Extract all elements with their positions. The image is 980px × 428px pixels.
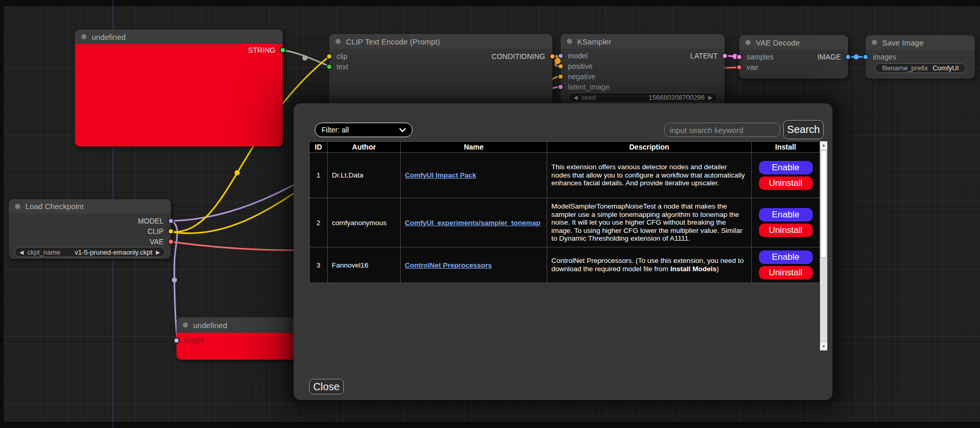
link-dot [235, 170, 240, 175]
vae-input-slot[interactable] [736, 64, 742, 70]
cell-description: This extension offers various detector n… [547, 153, 752, 198]
cell-id: 2 [310, 198, 328, 247]
node-title: CLIP Text Encode (Prompt) [346, 37, 440, 46]
node-save-image[interactable]: Save Image images filename_prefix ComfyU… [866, 35, 975, 79]
node-undefined-string[interactable]: undefined STRING [75, 29, 283, 146]
seed-widget[interactable]: ◀ seed 156680208700286 ▶ [568, 92, 718, 102]
model-input-slot[interactable] [173, 337, 180, 344]
prev-arrow-icon[interactable]: ◀ [20, 249, 24, 255]
output-label: MODEL [138, 217, 164, 225]
vae-output-slot[interactable] [168, 239, 174, 245]
output-label: VAE [150, 238, 164, 246]
wire-clip-hidden [171, 189, 300, 233]
widget-value: v1-5-pruned-emaonly.ckpt [75, 248, 152, 256]
input-label: model [184, 336, 203, 345]
close-button[interactable]: Close [309, 379, 344, 394]
enable-button[interactable]: Enable [759, 161, 813, 174]
extension-link[interactable]: ControlNet Preprocessors [405, 261, 492, 269]
next-arrow-icon[interactable]: ▶ [156, 249, 160, 255]
ckpt-name-widget[interactable]: ◀ ckpt_name v1-5-pruned-emaonly.ckpt ▶ [14, 247, 165, 257]
input-label: latent_image [568, 83, 609, 91]
clip-output-slot[interactable] [168, 228, 174, 234]
model-input-slot[interactable] [558, 53, 564, 59]
search-button[interactable]: Search [783, 120, 824, 139]
cell-id: 1 [310, 153, 328, 198]
extension-manager-dialog: Filter: all Search ID Author Name Descri… [294, 104, 832, 400]
output-label: CONDITIONING [492, 52, 545, 61]
node-collapse-dot[interactable] [81, 34, 86, 39]
decrement-arrow-icon[interactable]: ◀ [574, 95, 578, 100]
enable-button[interactable]: Enable [759, 208, 813, 222]
output-label: CLIP [148, 227, 164, 235]
chevron-down-icon [399, 128, 406, 132]
uninstall-button[interactable]: Uninstall [759, 266, 813, 279]
column-header-name: Name [401, 142, 547, 153]
node-collapse-dot[interactable] [15, 204, 20, 209]
negative-input-slot[interactable] [558, 73, 564, 80]
node-title: VAE Decode [756, 38, 800, 47]
table-row: 3 Fannovel16 ControlNet Preprocessors Co… [310, 247, 820, 283]
column-header-id: ID [310, 142, 328, 153]
cell-author: Dr.Lt.Data [328, 153, 401, 198]
cell-id: 3 [310, 247, 328, 283]
seed-value: 156680208700286 [649, 94, 705, 101]
node-title-bar: VAE Decode [739, 35, 848, 50]
string-output-slot[interactable] [280, 47, 286, 53]
node-ksampler[interactable]: KSampler model positive negative latent_… [561, 34, 725, 109]
input-label: positive [568, 62, 592, 70]
scroll-up-icon[interactable]: ▲ [820, 141, 827, 149]
column-header-author: Author [328, 142, 401, 153]
cell-description: ModelSamplerTonemapNoiseTest a node that… [547, 198, 752, 247]
table-header-row: ID Author Name Description Install [310, 142, 820, 153]
node-collapse-dot[interactable] [872, 40, 877, 45]
latent-output-slot[interactable] [722, 53, 728, 59]
clip-input-slot[interactable] [326, 53, 332, 60]
model-output-slot[interactable] [168, 218, 174, 224]
cell-author: comfyanonymous [328, 198, 401, 247]
table-scrollbar[interactable]: ▲ ▼ [820, 141, 827, 350]
extension-link[interactable]: ComfyUI Impact Pack [405, 171, 476, 179]
image-output-slot[interactable] [845, 54, 851, 60]
text-input-slot[interactable] [326, 64, 332, 70]
node-collapse-dot[interactable] [567, 39, 572, 44]
column-header-description: Description [547, 142, 752, 153]
node-title-bar: undefined [75, 29, 283, 44]
increment-arrow-icon[interactable]: ▶ [708, 95, 712, 100]
filter-select[interactable]: Filter: all [315, 123, 413, 137]
input-label: vae [747, 63, 758, 71]
node-load-checkpoint[interactable]: Load Checkpoint MODEL CLIP VAE ◀ ckpt_na… [9, 199, 171, 259]
images-input-slot[interactable] [862, 54, 869, 60]
search-input[interactable] [664, 123, 780, 137]
node-vae-decode[interactable]: VAE Decode samples vae IMAGE [739, 35, 848, 79]
output-label: STRING [248, 46, 275, 54]
positive-input-slot[interactable] [558, 63, 564, 69]
uninstall-button[interactable]: Uninstall [759, 176, 813, 190]
extension-link[interactable]: ComfyUI_experiments/sampler_tonemap [405, 219, 540, 227]
table-row: 1 Dr.Lt.Data ComfyUI Impact Pack This ex… [310, 153, 820, 198]
enable-button[interactable]: Enable [759, 250, 813, 264]
output-label: LATENT [690, 52, 718, 60]
node-collapse-dot[interactable] [183, 322, 188, 328]
node-title: Load Checkpoint [25, 202, 84, 211]
uninstall-button[interactable]: Uninstall [759, 224, 813, 237]
node-collapse-dot[interactable] [745, 40, 751, 45]
node-title: undefined [92, 33, 126, 41]
latent-image-input-slot[interactable] [558, 84, 564, 90]
node-title-bar: CLIP Text Encode (Prompt) [329, 34, 552, 49]
link-dot [172, 277, 177, 283]
node-title: undefined [193, 321, 227, 330]
input-label: model [568, 52, 588, 60]
scroll-down-icon[interactable]: ▼ [820, 343, 827, 350]
input-label: clip [337, 52, 347, 61]
scrollbar-thumb[interactable] [821, 150, 827, 258]
samples-input-slot[interactable] [736, 54, 742, 60]
node-body-error [75, 44, 283, 146]
filename-prefix-widget[interactable]: filename_prefix ComfyUI [875, 63, 966, 73]
graph-canvas[interactable]: undefined STRING CLIP Text Encode (Promp… [0, 0, 980, 428]
cell-description: ControlNet Preprocessors. (To use this e… [547, 247, 752, 283]
link-dot [302, 55, 308, 61]
input-label: text [337, 63, 348, 71]
node-collapse-dot[interactable] [335, 39, 341, 44]
table-row: 2 comfyanonymous ComfyUI_experiments/sam… [310, 198, 820, 247]
conditioning-output-slot[interactable] [549, 53, 555, 60]
